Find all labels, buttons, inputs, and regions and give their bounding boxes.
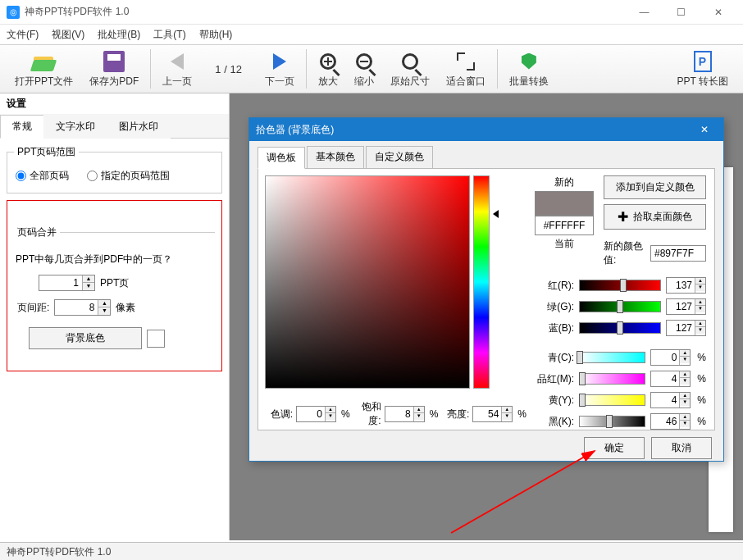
tab-palette[interactable]: 调色板 (258, 147, 305, 169)
menu-view[interactable]: 视图(V) (52, 28, 84, 42)
black-slider[interactable] (579, 416, 645, 427)
current-color-hex: #FFFFFF (535, 216, 594, 235)
spin-down-icon[interactable]: ▼ (98, 307, 110, 315)
open-file-button[interactable]: 打开PPT文件 (7, 46, 81, 92)
page-merge-group: 页码合并 PPT中每几页合并到PDF中的一页？ ▲▼ PPT页 页间距: (14, 225, 215, 349)
black-input[interactable]: ▲▼ (650, 413, 691, 430)
tab-basic-colors[interactable]: 基本颜色 (307, 146, 364, 168)
settings-panel: 设置 常规 文字水印 图片水印 PPT页码范围 全部页码 指定的页码范围 页码合… (0, 93, 230, 540)
blue-input[interactable]: ▲▼ (666, 320, 706, 336)
radio-specified-pages[interactable]: 指定的页码范围 (87, 169, 170, 183)
g-label: 绿(G): (533, 300, 574, 314)
next-page-button[interactable]: 下一页 (257, 46, 303, 92)
new-color-preview (535, 191, 594, 216)
close-button[interactable]: ✕ (700, 0, 736, 24)
new-color-label: 新的 (554, 175, 574, 189)
yellow-input[interactable]: ▲▼ (650, 392, 691, 408)
menu-bar: 文件(F) 视图(V) 批处理(B) 工具(T) 帮助(H) (0, 25, 743, 44)
magenta-slider[interactable] (579, 373, 645, 385)
tab-custom-colors[interactable]: 自定义颜色 (366, 146, 433, 168)
color-picker-dialog: 拾色器 (背景底色) ✕ 调色板 基本颜色 自定义颜色 色调: ▲▼ % 饱和度… (248, 117, 724, 462)
spin-down-icon[interactable]: ▼ (83, 283, 94, 290)
batch-icon (522, 53, 536, 70)
cyan-slider[interactable] (579, 352, 645, 363)
menu-tools[interactable]: 工具(T) (153, 28, 185, 42)
ok-button[interactable]: 确定 (584, 437, 645, 459)
batch-convert-button[interactable]: 批量转换 (501, 46, 557, 92)
r-label: 红(R): (533, 279, 574, 293)
right-column: 新的 #FFFFFF 当前 添加到自定义颜色 ✚ 拾取桌面颜色 新的颜色值: (533, 175, 708, 423)
k-label: 黑(K): (533, 415, 574, 429)
zoom-out-icon (356, 53, 372, 70)
val-input[interactable]: ▲▼ (472, 406, 513, 422)
background-color-button[interactable]: 背景底色 (29, 327, 142, 349)
red-slider[interactable] (579, 280, 661, 291)
dialog-close-button[interactable]: ✕ (692, 121, 717, 139)
hsv-inputs: 色调: ▲▼ % 饱和度: ▲▼ % 亮度: ▲▼ % (265, 400, 526, 428)
page-range-legend: PPT页码范围 (14, 145, 79, 159)
background-color-swatch[interactable] (147, 330, 165, 348)
spin-up-icon[interactable]: ▲ (98, 300, 110, 307)
rgb-cmyk-sliders: 红(R): ▲▼ 绿(G): ▲▼ 蓝(B): ▲▼ (533, 277, 706, 430)
pages-per-pdf-spinner[interactable]: ▲▼ (39, 275, 95, 291)
fit-window-button[interactable]: 适合窗口 (438, 46, 494, 92)
green-slider[interactable] (579, 301, 661, 312)
magenta-input[interactable]: ▲▼ (650, 371, 691, 387)
new-value-label: 新的颜色值: (604, 239, 647, 267)
settings-tabs: 常规 文字水印 图片水印 (0, 114, 229, 139)
add-to-custom-button[interactable]: 添加到自定义颜色 (604, 175, 706, 199)
window-controls: — ☐ ✕ (626, 0, 736, 24)
arrow-right-icon (273, 53, 286, 70)
spin-up-icon[interactable]: ▲ (83, 275, 94, 283)
zoom-in-button[interactable]: 放大 (310, 46, 346, 92)
page-range-group: PPT页码范围 全部页码 指定的页码范围 (7, 145, 222, 193)
menu-batch[interactable]: 批处理(B) (98, 28, 140, 42)
save-icon (103, 51, 125, 72)
separator (497, 49, 498, 89)
tab-general[interactable]: 常规 (0, 115, 44, 139)
prev-page-button[interactable]: 上一页 (154, 46, 200, 92)
hue-input[interactable]: ▲▼ (296, 406, 336, 422)
pages-per-pdf-input[interactable] (39, 275, 82, 290)
ppt-to-long-image-button[interactable]: PPT 转长图 (669, 46, 736, 92)
m-label: 品红(M): (533, 372, 574, 386)
yellow-slider[interactable] (579, 394, 645, 406)
green-input[interactable]: ▲▼ (666, 298, 706, 315)
b-label: 蓝(B): (533, 321, 574, 335)
menu-help[interactable]: 帮助(H) (199, 28, 233, 42)
page-gap-input[interactable] (55, 300, 98, 315)
y-label: 黄(Y): (533, 394, 574, 407)
saturation-value-picker[interactable] (265, 175, 470, 389)
picker-column: 色调: ▲▼ % 饱和度: ▲▼ % 亮度: ▲▼ % (265, 175, 526, 423)
color-compare: 新的 #FFFFFF 当前 添加到自定义颜色 ✚ 拾取桌面颜色 新的颜色值: (533, 175, 706, 267)
app-icon: ◎ (7, 6, 20, 19)
cyan-input[interactable]: ▲▼ (650, 349, 691, 366)
sat-input[interactable]: ▲▼ (385, 406, 425, 422)
hue-label: 色调: (265, 407, 293, 421)
zoom-original-button[interactable]: 原始尺寸 (382, 46, 438, 92)
cancel-button[interactable]: 取消 (651, 437, 712, 459)
arrow-left-icon (171, 53, 184, 70)
pick-screen-color-button[interactable]: ✚ 拾取桌面颜色 (604, 204, 706, 230)
radio-all-pages[interactable]: 全部页码 (16, 169, 69, 183)
blue-slider[interactable] (579, 322, 661, 334)
gap-unit-label: 像素 (116, 301, 135, 315)
maximize-button[interactable]: ☐ (663, 0, 700, 24)
long-image-icon (694, 51, 712, 72)
new-value-input[interactable] (650, 245, 706, 262)
minimize-button[interactable]: — (626, 0, 663, 24)
hue-slider[interactable] (473, 175, 490, 389)
menu-file[interactable]: 文件(F) (7, 28, 39, 42)
red-input[interactable]: ▲▼ (666, 277, 706, 294)
highlighted-merge-section: 页码合并 PPT中每几页合并到PDF中的一页？ ▲▼ PPT页 页间距: (7, 200, 222, 371)
zoom-original-icon (402, 53, 418, 70)
zoom-out-button[interactable]: 缩小 (346, 46, 382, 92)
tab-text-watermark[interactable]: 文字水印 (43, 115, 107, 139)
tab-image-watermark[interactable]: 图片水印 (107, 115, 171, 139)
folder-open-icon (32, 52, 57, 71)
dialog-title-bar[interactable]: 拾色器 (背景底色) ✕ (249, 118, 723, 141)
page-merge-legend: 页码合并 (14, 225, 60, 239)
page-gap-spinner[interactable]: ▲▼ (54, 299, 111, 316)
current-color-label: 当前 (554, 237, 574, 251)
save-pdf-button[interactable]: 保存为PDF (81, 46, 147, 92)
